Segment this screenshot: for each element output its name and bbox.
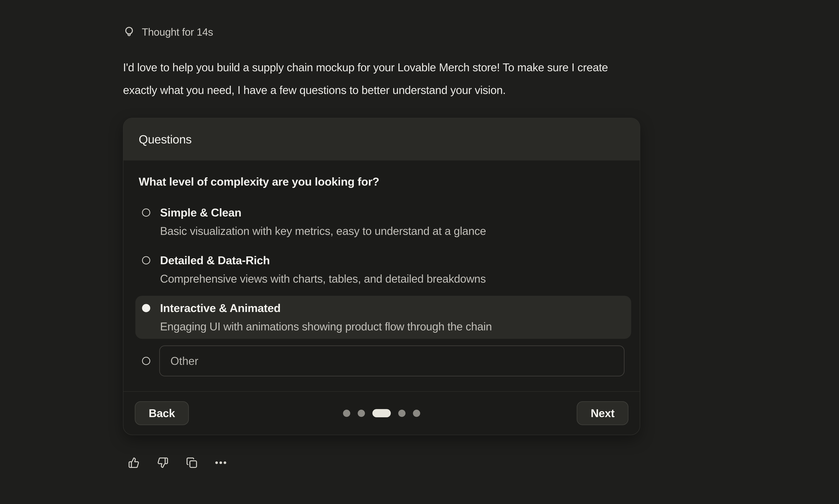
option-label: Interactive & Animated: [160, 299, 492, 317]
pagination-dot-active[interactable]: [372, 409, 391, 417]
questions-card-footer: Back Next: [123, 391, 640, 435]
option-description: Comprehensive views with charts, tables,…: [160, 270, 486, 288]
option-description: Engaging UI with animations showing prod…: [160, 317, 492, 336]
thumbs-down-button[interactable]: [157, 457, 169, 468]
more-options-button[interactable]: [215, 457, 226, 468]
pagination-dot[interactable]: [358, 410, 365, 417]
option-interactive-animated[interactable]: Interactive & Animated Engaging UI with …: [135, 296, 631, 339]
questions-card-body: What level of complexity are you looking…: [123, 161, 640, 391]
pagination-dot[interactable]: [398, 410, 405, 417]
thought-toggle[interactable]: Thought for 14s: [123, 26, 213, 38]
assistant-message-line: I'd love to help you build a supply chai…: [123, 61, 608, 74]
option-other[interactable]: [135, 345, 625, 376]
questions-card-header: Questions: [123, 118, 640, 161]
copy-button[interactable]: [186, 457, 197, 468]
other-input[interactable]: [159, 345, 625, 376]
assistant-message-line: exactly what you need, I have a few ques…: [123, 84, 506, 96]
options-list: Simple & Clean Basic visualization with …: [139, 200, 625, 376]
pagination-dots: [343, 409, 420, 417]
option-text: Interactive & Animated Engaging UI with …: [160, 299, 492, 336]
thought-label: Thought for 14s: [142, 26, 213, 38]
chat-message-block: Thought for 14s I'd love to help you bui…: [0, 0, 839, 468]
option-label: Detailed & Data-Rich: [160, 251, 486, 270]
pagination-dot[interactable]: [413, 410, 420, 417]
thumbs-up-button[interactable]: [128, 457, 139, 468]
radio-icon[interactable]: [142, 209, 150, 217]
back-button[interactable]: Back: [135, 401, 189, 425]
next-button[interactable]: Next: [577, 401, 628, 425]
thumbs-down-icon: [157, 457, 169, 468]
option-label: Simple & Clean: [160, 203, 486, 222]
radio-icon[interactable]: [142, 256, 150, 265]
option-text: Simple & Clean Basic visualization with …: [160, 203, 486, 240]
question-text: What level of complexity are you looking…: [139, 175, 625, 188]
option-simple-clean[interactable]: Simple & Clean Basic visualization with …: [135, 200, 631, 243]
thumbs-up-icon: [128, 457, 139, 468]
radio-icon[interactable]: [142, 357, 150, 365]
questions-card: Questions What level of complexity are y…: [123, 118, 640, 435]
more-options-icon: [215, 457, 226, 468]
pagination-dot[interactable]: [343, 410, 350, 417]
assistant-message: I'd love to help you build a supply chai…: [123, 56, 839, 102]
option-detailed-data-rich[interactable]: Detailed & Data-Rich Comprehensive views…: [135, 248, 631, 291]
radio-selected-icon[interactable]: [142, 304, 150, 312]
option-description: Basic visualization with key metrics, ea…: [160, 222, 486, 240]
card-title: Questions: [139, 132, 192, 146]
option-text: Detailed & Data-Rich Comprehensive views…: [160, 251, 486, 288]
copy-icon: [186, 457, 197, 468]
message-actions: [123, 457, 839, 468]
lightbulb-icon: [123, 26, 135, 38]
